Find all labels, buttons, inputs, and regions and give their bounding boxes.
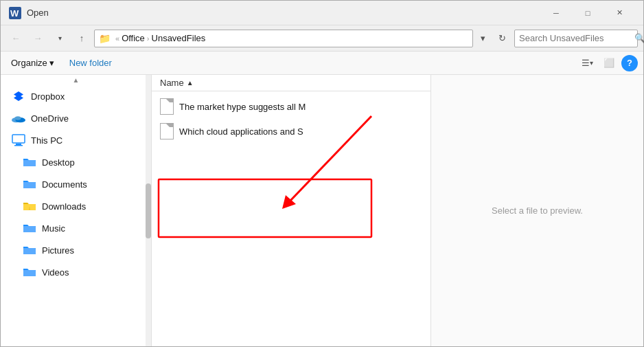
sidebar-item-videos[interactable]: Videos — [1, 261, 151, 283]
svg-rect-11 — [23, 182, 36, 188]
file-list: The market hype suggests all M Which clo… — [152, 91, 430, 346]
up-button[interactable]: ↑ — [72, 29, 91, 48]
sidebar-onedrive-label: OneDrive — [31, 113, 69, 124]
secondary-toolbar: Organize ▾ New folder ☰ ▾ ⬜ ? — [1, 52, 643, 75]
close-button[interactable]: ✕ — [603, 1, 635, 25]
videos-folder-icon — [23, 265, 36, 279]
sidebar-videos-label: Videos — [42, 267, 69, 278]
sidebar-item-dropbox[interactable]: Dropbox — [1, 85, 151, 107]
svg-rect-10 — [23, 160, 36, 166]
desktop-folder-icon — [23, 155, 36, 169]
address-separator: « — [115, 34, 119, 43]
sidebar-downloads-label: Downloads — [42, 201, 86, 212]
svg-text:↓: ↓ — [28, 205, 31, 210]
sidebar-scroll-up[interactable]: ▲ — [1, 75, 151, 85]
new-folder-button[interactable]: New folder — [65, 55, 117, 71]
sidebar-scrollbar-thumb — [146, 183, 151, 238]
column-header-name[interactable]: Name ▲ — [152, 75, 430, 91]
open-dialog: W Open ─ □ ✕ ← → ▾ ↑ 📁 « Office › Unsave… — [0, 0, 644, 347]
address-unsavedfiles: UnsavedFiles — [152, 33, 206, 43]
name-column-label: Name — [160, 78, 184, 88]
downloads-folder-icon: ↓ — [23, 199, 36, 213]
sidebar-item-this-pc[interactable]: This PC — [1, 129, 151, 151]
address-bar[interactable]: 📁 « Office › UnsavedFiles — [94, 30, 473, 47]
file-area: Name ▲ The market hype suggests all M Wh… — [152, 75, 430, 346]
organize-dropdown-icon: ▾ — [49, 58, 54, 68]
sort-icon: ▲ — [187, 79, 194, 87]
organize-label: Organize — [11, 58, 47, 68]
sidebar-desktop-label: Desktop — [42, 157, 75, 168]
svg-point-6 — [15, 116, 21, 120]
svg-rect-8 — [16, 144, 21, 145]
toolbar2-right: ☰ ▾ ⬜ ? — [577, 54, 638, 73]
svg-rect-7 — [12, 135, 25, 143]
back-button[interactable]: ← — [6, 29, 25, 48]
forward-dropdown-button[interactable]: ▾ — [50, 29, 69, 48]
sidebar-item-onedrive[interactable]: OneDrive — [1, 107, 151, 129]
search-bar[interactable]: 🔍 — [514, 30, 638, 47]
file-item-1[interactable]: The market hype suggests all M — [152, 94, 430, 119]
svg-rect-16 — [23, 270, 36, 276]
sidebar-documents-label: Documents — [42, 179, 87, 190]
sidebar-item-desktop[interactable]: Desktop — [1, 151, 151, 173]
svg-rect-9 — [14, 145, 23, 146]
address-folder-icon: 📁 — [99, 33, 111, 44]
sidebar-item-music[interactable]: Music — [1, 217, 151, 239]
preview-pane: Select a file to preview. — [430, 75, 643, 346]
svg-text:W: W — [10, 8, 19, 19]
main-content: ▲ Dropbox — [1, 75, 643, 346]
address-office: Office — [122, 33, 145, 43]
search-icon[interactable]: 🔍 — [634, 33, 644, 43]
view-dropdown-icon: ▾ — [590, 59, 593, 67]
maximize-button[interactable]: □ — [572, 1, 603, 25]
sidebar-scrollbar[interactable] — [146, 75, 151, 346]
pictures-folder-icon — [23, 243, 36, 257]
music-folder-icon — [23, 221, 36, 235]
nav-toolbar: ← → ▾ ↑ 📁 « Office › UnsavedFiles ▾ ↻ 🔍 — [1, 25, 643, 52]
view-icon: ☰ — [582, 58, 590, 68]
address-arrow: › — [147, 34, 150, 43]
dropbox-icon — [12, 89, 25, 103]
onedrive-icon — [12, 111, 25, 125]
forward-button[interactable]: → — [28, 29, 47, 48]
sidebar: ▲ Dropbox — [1, 75, 152, 346]
sidebar-this-pc-label: This PC — [31, 135, 62, 146]
sidebar-item-documents[interactable]: Documents — [1, 173, 151, 195]
file-item-2[interactable]: Which cloud applications and S — [152, 119, 430, 144]
help-button[interactable]: ? — [621, 55, 638, 71]
preview-text: Select a file to preview. — [492, 205, 583, 216]
svg-marker-3 — [14, 95, 23, 101]
window-controls: ─ □ ✕ — [540, 1, 635, 25]
this-pc-icon — [12, 133, 25, 147]
sidebar-item-pictures[interactable]: Pictures — [1, 239, 151, 261]
svg-rect-14 — [23, 226, 36, 232]
sidebar-item-downloads[interactable]: ↓ Downloads — [1, 195, 151, 217]
sidebar-dropbox-label: Dropbox — [31, 91, 65, 102]
documents-folder-icon — [23, 177, 36, 191]
refresh-button[interactable]: ↻ — [492, 30, 511, 47]
preview-pane-button[interactable]: ⬜ — [599, 54, 619, 73]
file-name-1: The market hype suggests all M — [179, 102, 422, 112]
sidebar-music-label: Music — [42, 223, 65, 234]
search-input[interactable] — [519, 33, 634, 43]
file-name-2: Which cloud applications and S — [179, 126, 422, 137]
word-icon: W — [9, 7, 21, 19]
title-bar: W Open ─ □ ✕ — [1, 1, 643, 25]
file-icon-2 — [160, 123, 174, 139]
sidebar-pictures-label: Pictures — [42, 245, 74, 256]
file-icon-1 — [160, 98, 174, 115]
minimize-button[interactable]: ─ — [540, 1, 572, 25]
dialog-title: Open — [27, 8, 540, 18]
address-dropdown-button[interactable]: ▾ — [476, 30, 490, 47]
organize-button[interactable]: Organize ▾ — [6, 55, 59, 71]
view-options-button[interactable]: ☰ ▾ — [577, 54, 597, 73]
svg-rect-15 — [23, 248, 36, 254]
